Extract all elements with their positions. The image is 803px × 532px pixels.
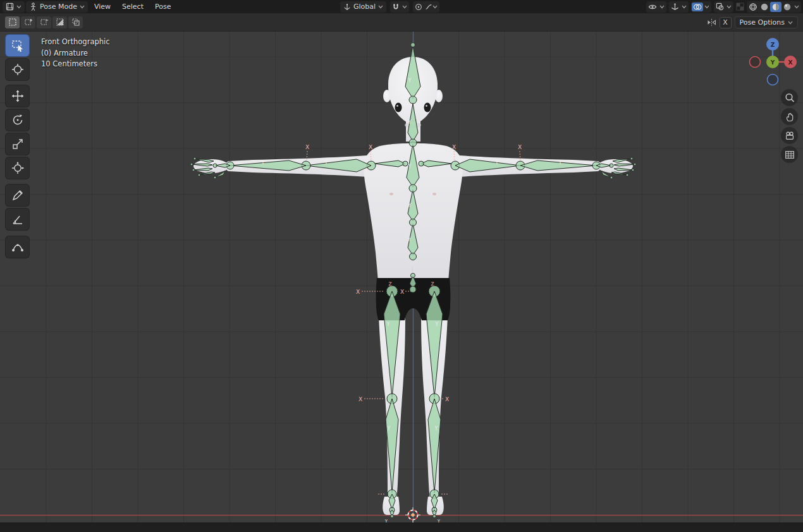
select-invert-button[interactable] [52,16,67,28]
snap-options-dropdown[interactable] [401,4,408,9]
gizmo-z-label: Z [771,42,775,48]
svg-text:X: X [445,396,449,402]
snap-toggle[interactable] [391,3,401,11]
tool-box-select[interactable] [6,35,29,56]
transform-orientation-dropdown[interactable]: Global [340,1,386,13]
shading-solid[interactable] [759,2,770,12]
svg-text:X: X [356,289,360,295]
bone-joint [411,274,415,278]
viewport-scene[interactable]: Y Y Y Y Y Y Y Y Y Y Y Y Y Y Y X X X X X … [0,0,803,532]
cursor-3d[interactable] [405,507,420,523]
bone-joint [193,157,196,160]
bone-joint [198,174,200,176]
x-axis-mirror-toggle[interactable]: X [720,17,732,28]
zoom-button[interactable] [781,89,798,106]
tool-transform[interactable] [6,157,29,179]
svg-text:Y: Y [324,160,328,166]
tool-pose-breakdowner[interactable] [6,236,29,258]
select-intersect-button[interactable] [68,16,83,28]
svg-text:Y: Y [408,237,412,243]
select-mode-buttons [5,16,83,28]
chevron-down-icon [432,5,438,9]
falloff-dropdown[interactable] [424,3,439,11]
bone-joint [410,219,417,226]
svg-text:X: X [518,144,522,150]
tool-rotate[interactable] [6,109,29,131]
tool-settings-bar: X Pose Options [0,13,803,32]
tool-column [6,35,29,260]
gizmo-z-neg[interactable] [768,75,778,85]
chevron-down-icon [794,5,799,9]
select-extend-icon [24,18,33,27]
navigation-gizmo[interactable]: Z X Y [748,37,797,87]
svg-text:Y: Y [387,426,391,432]
scale-icon [11,137,25,151]
overlays-group [691,1,711,13]
tool-annotate[interactable] [6,184,29,206]
bone-joint [410,253,417,260]
gizmo-x-neg[interactable] [750,57,761,68]
camera-icon [784,130,795,142]
bone-joint [190,163,193,166]
shading-material[interactable] [770,2,782,12]
tool-cursor[interactable] [6,59,29,80]
svg-text:Z: Z [388,281,391,287]
rendered-sphere-icon [783,3,792,11]
grid-icon [784,149,795,160]
chevron-down-icon [704,5,709,9]
svg-text:Y: Y [434,426,438,432]
header-bar: Pose Mode View Select Pose Global [0,0,803,13]
show-gizmo-toggle[interactable] [670,2,680,11]
proportional-circle-icon [415,3,422,11]
select-subtract-button[interactable] [37,16,51,28]
status-bar [0,523,803,532]
select-extend-button[interactable] [21,16,35,28]
object-type-visibility[interactable] [647,3,658,11]
tool-scale[interactable] [6,133,29,155]
proportional-editing-toggle[interactable] [414,3,424,11]
toggle-xray[interactable] [714,2,725,11]
proportional-editing-group [413,1,439,13]
bone-joint [433,515,436,518]
svg-text:Y: Y [495,160,499,166]
shading-options-dropdown[interactable] [793,4,800,9]
chevron-down-icon [402,5,407,9]
mode-selector[interactable]: Pose Mode [26,1,88,13]
eye-icon [648,3,657,11]
toggle-projection-button[interactable] [781,146,798,163]
gizmo-x-label: X [788,59,793,66]
viewport-overlay-text: Front Orthographic (0) Armature 10 Centi… [41,37,110,70]
svg-text:Y: Y [408,78,412,83]
eye-highlight-right [426,105,427,107]
svg-text:Y: Y [435,322,439,327]
menu-view[interactable]: View [89,1,116,12]
select-set-button[interactable] [5,16,20,28]
svg-text:Y: Y [408,119,412,125]
shading-wireframe[interactable] [747,2,759,12]
chest-detail-right [432,193,436,195]
rotate-icon [11,113,25,127]
menu-select[interactable]: Select [117,1,149,12]
snapping-group [390,1,409,13]
chevron-down-icon [659,5,665,9]
tool-measure[interactable] [6,209,29,230]
bone-joint [409,96,417,104]
tool-move[interactable] [6,85,29,107]
wireframe-sphere-icon [749,3,757,11]
camera-view-button[interactable] [781,127,798,144]
active-object: (0) Armature [41,48,110,59]
bone-joint [391,515,394,518]
pose-options-label: Pose Options [740,18,785,27]
chevron-down-icon [682,5,687,9]
pan-button[interactable] [781,108,798,125]
falloff-curve-icon [425,3,432,11]
shading-rendered[interactable] [782,2,793,12]
select-new-icon [8,18,17,27]
magnifier-icon [784,92,795,104]
menu-pose[interactable]: Pose [150,1,176,12]
show-overlays-toggle[interactable] [692,3,703,11]
bone-joint [634,163,636,166]
pose-options-dropdown[interactable]: Pose Options [735,16,798,28]
editor-type-selector[interactable] [3,1,25,13]
bone-joint [632,169,634,171]
